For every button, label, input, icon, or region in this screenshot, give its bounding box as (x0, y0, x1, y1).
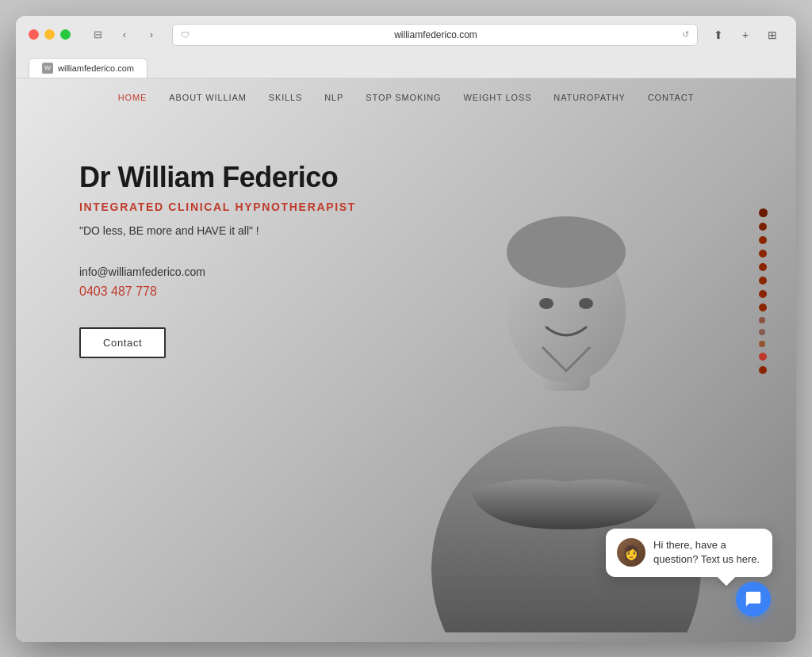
hero-email: info@williamfederico.com (79, 265, 356, 278)
dot-2[interactable] (759, 223, 767, 231)
dot-4[interactable] (759, 250, 767, 258)
browser-controls: ⊟ ‹ › (86, 26, 163, 44)
nav-item-about[interactable]: ABOUT WILLIAM (169, 93, 246, 102)
security-icon: 🛡 (181, 30, 190, 40)
chat-icon (745, 590, 762, 608)
address-bar[interactable]: 🛡 williamfederico.com ↺ (172, 24, 698, 46)
nav-item-nlp[interactable]: NLP (324, 93, 343, 102)
chat-fab-button[interactable] (736, 582, 771, 617)
dot-1[interactable] (759, 208, 768, 217)
minimize-button[interactable] (44, 29, 55, 40)
nav-item-home[interactable]: HOME (118, 93, 147, 102)
tab-label: williamfederico.com (58, 63, 134, 73)
maximize-button[interactable] (60, 29, 71, 40)
share-button[interactable]: ⬆ (707, 26, 730, 44)
chat-avatar-icon: 👩 (622, 544, 640, 561)
hero-title: Dr William Federico (79, 161, 356, 194)
chat-message-text: Hi there, have a question? Text us here. (653, 538, 761, 567)
nav-item-skills[interactable]: SKILLS (269, 93, 303, 102)
hero-subtitle: INTEGRATED CLINICAL HYPNOTHERAPIST (79, 201, 356, 213)
svg-point-4 (539, 298, 553, 309)
browser-tabs: W williamfederico.com (29, 54, 783, 78)
nav-item-stop-smoking[interactable]: STOP SMOKING (366, 93, 441, 102)
hero-quote: "DO less, BE more and HAVE it all" ! (79, 224, 356, 237)
nav-item-naturopathy[interactable]: NATUROPATHY (553, 93, 625, 102)
toolbar-right: ⬆ + ⊞ (707, 26, 783, 44)
svg-point-3 (507, 216, 626, 288)
nav-item-weight-loss[interactable]: WEIGHT LOSS (463, 93, 531, 102)
hero-phone: 0403 487 778 (79, 285, 356, 299)
website-content: HOME ABOUT WILLIAM SKILLS NLP STOP SMOKI… (16, 78, 796, 642)
dot-11[interactable] (759, 341, 765, 347)
dot-8[interactable] (759, 304, 767, 311)
active-tab[interactable]: W williamfederico.com (29, 58, 147, 78)
browser-titlebar: ⊟ ‹ › 🛡 williamfederico.com ↺ ⬆ + ⊞ (29, 24, 783, 46)
hero-section: Dr William Federico INTEGRATED CLINICAL … (16, 113, 796, 632)
hero-text: Dr William Federico INTEGRATED CLINICAL … (79, 161, 356, 358)
dot-6[interactable] (759, 277, 767, 285)
site-nav: HOME ABOUT WILLIAM SKILLS NLP STOP SMOKI… (16, 78, 796, 113)
reload-icon: ↺ (682, 29, 689, 40)
nav-item-contact[interactable]: CONTACT (648, 93, 695, 102)
close-button[interactable] (29, 29, 39, 40)
dot-10[interactable] (759, 329, 765, 335)
address-bar-container: 🛡 williamfederico.com ↺ (172, 24, 698, 46)
new-tab-button[interactable]: + (734, 26, 756, 44)
grid-button[interactable]: ⊞ (761, 26, 783, 44)
dot-9[interactable] (759, 317, 765, 323)
url-text: williamfederico.com (194, 29, 677, 40)
dot-3[interactable] (759, 236, 767, 244)
browser-chrome: ⊟ ‹ › 🛡 williamfederico.com ↺ ⬆ + ⊞ W wi (16, 16, 796, 78)
chat-avatar: 👩 (617, 538, 645, 567)
sidebar-toggle-button[interactable]: ⊟ (86, 26, 109, 44)
dot-13[interactable] (759, 366, 767, 374)
side-dots (759, 208, 768, 374)
browser-window: ⊟ ‹ › 🛡 williamfederico.com ↺ ⬆ + ⊞ W wi (16, 16, 796, 642)
chat-popup[interactable]: 👩 Hi there, have a question? Text us her… (606, 529, 772, 576)
back-button[interactable]: ‹ (113, 26, 136, 44)
contact-button[interactable]: Contact (79, 327, 166, 358)
svg-point-5 (579, 298, 593, 309)
tab-favicon: W (42, 63, 53, 74)
dot-7[interactable] (759, 290, 767, 298)
traffic-lights (29, 29, 71, 40)
forward-button[interactable]: › (140, 26, 163, 44)
dot-12[interactable] (759, 353, 767, 361)
dot-5[interactable] (759, 263, 767, 271)
